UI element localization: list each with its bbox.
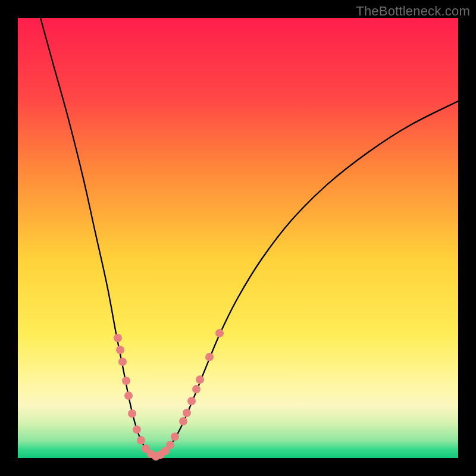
data-marker <box>179 417 187 425</box>
data-marker <box>122 377 130 385</box>
data-marker <box>166 441 174 449</box>
chart-frame: TheBottleneck.com <box>0 0 476 476</box>
data-marker <box>128 409 136 418</box>
data-marker <box>171 433 179 441</box>
data-marker <box>124 392 133 400</box>
data-marker <box>114 334 122 342</box>
watermark-text: TheBottleneck.com <box>356 4 470 19</box>
bottleneck-curve-left <box>40 18 156 457</box>
plot-area <box>18 18 458 458</box>
data-marker <box>215 329 224 337</box>
data-marker <box>137 436 145 444</box>
data-marker <box>187 397 196 405</box>
data-marker <box>196 375 204 384</box>
data-marker <box>116 346 124 354</box>
data-marker <box>192 385 201 393</box>
data-marker <box>133 425 141 434</box>
data-marker <box>118 358 127 366</box>
bottleneck-curve-right <box>156 101 458 457</box>
data-marker <box>205 353 214 361</box>
chart-svg <box>18 18 458 458</box>
data-marker <box>183 409 191 417</box>
